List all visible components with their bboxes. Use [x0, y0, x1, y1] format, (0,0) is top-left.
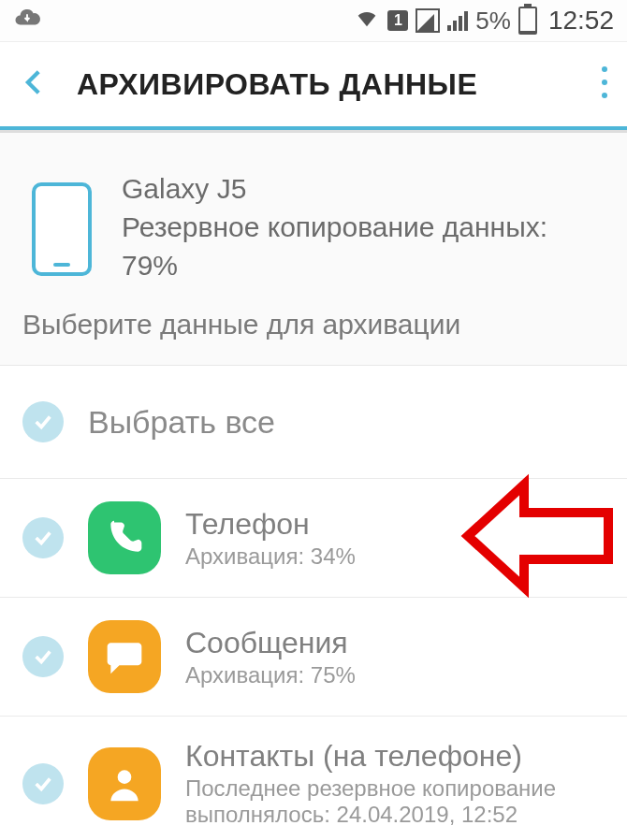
- clock: 12:52: [548, 6, 614, 36]
- device-backup-progress: Резервное копирование данных: 79%: [122, 209, 605, 284]
- item-title: Сообщения: [185, 626, 605, 660]
- device-name: Galaxy J5: [122, 173, 605, 205]
- battery-icon: [518, 7, 537, 35]
- checkbox-icon[interactable]: [22, 636, 64, 677]
- sim-indicator: 1: [387, 10, 408, 31]
- select-all-label: Выбрать все: [88, 404, 605, 441]
- cloud-sync-icon: [13, 4, 41, 38]
- svg-point-0: [602, 66, 607, 72]
- message-icon: [88, 620, 161, 693]
- back-button[interactable]: [19, 66, 51, 102]
- svg-point-2: [602, 93, 607, 98]
- section-label: Выберите данные для архивации: [0, 301, 627, 365]
- status-bar: 1 5% 12:52: [0, 0, 627, 42]
- list-item-messages[interactable]: Сообщения Архивация: 75%: [0, 598, 627, 717]
- svg-point-3: [118, 770, 132, 784]
- app-header: АРХИВИРОВАТЬ ДАННЫЕ: [0, 42, 627, 130]
- status-left: [13, 4, 346, 38]
- page-title: АРХИВИРОВАТЬ ДАННЫЕ: [77, 67, 477, 102]
- checkbox-icon[interactable]: [22, 763, 64, 804]
- select-all-row[interactable]: Выбрать все: [0, 366, 627, 479]
- signal-1-icon: [416, 8, 440, 33]
- wifi-icon: [354, 5, 380, 37]
- phone-icon: [88, 501, 161, 574]
- item-subtitle: Последнее резервное копирование выполнял…: [185, 775, 605, 828]
- item-title: Телефон: [185, 507, 605, 542]
- item-subtitle: Архивация: 34%: [185, 543, 605, 570]
- contact-icon: [88, 747, 161, 820]
- device-summary: Galaxy J5 Резервное копирование данных: …: [0, 149, 627, 301]
- item-subtitle: Архивация: 75%: [185, 662, 605, 688]
- checkbox-icon[interactable]: [22, 401, 64, 442]
- checkbox-icon[interactable]: [22, 517, 64, 558]
- more-options-button[interactable]: [601, 65, 608, 103]
- list-item-phone[interactable]: Телефон Архивация: 34%: [0, 479, 627, 598]
- phone-outline-icon: [32, 182, 92, 276]
- list-item-contacts[interactable]: Контакты (на телефоне) Последнее резервн…: [0, 717, 627, 840]
- svg-point-1: [602, 80, 607, 85]
- item-title: Контакты (на телефоне): [185, 739, 605, 774]
- signal-2-icon: [447, 10, 468, 31]
- battery-percent: 5%: [475, 7, 511, 36]
